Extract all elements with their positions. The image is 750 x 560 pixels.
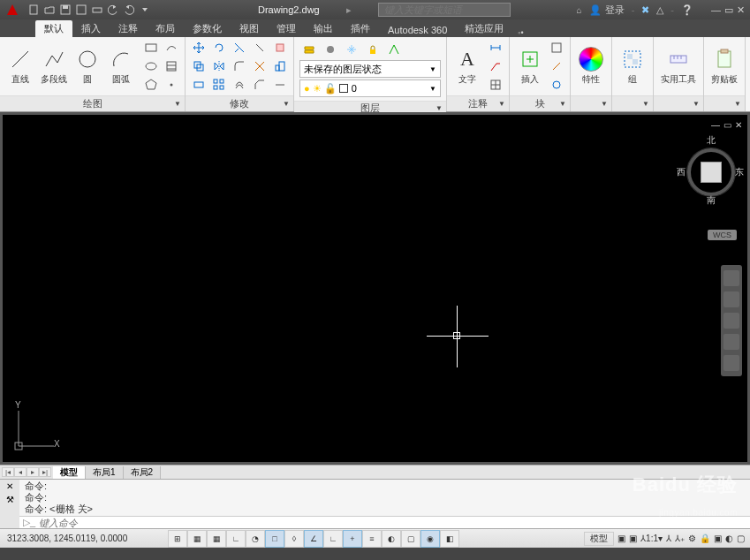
create-block-icon[interactable]: [547, 39, 566, 57]
coordinates-readout[interactable]: 3123.3008, 1245.0119, 0.0000: [0, 534, 168, 543]
hardware-accel-icon[interactable]: ▣: [714, 534, 722, 543]
ellipse-icon[interactable]: [141, 57, 161, 75]
layout-first-icon[interactable]: |◂: [2, 467, 14, 477]
minimize-icon[interactable]: —: [711, 4, 721, 16]
model-space[interactable]: — ▭ ✕ 北 南 东 西 WCS Y X: [3, 115, 747, 462]
layer-match-icon[interactable]: [384, 41, 404, 58]
new-icon[interactable]: [27, 3, 41, 17]
nav-orbit-icon[interactable]: [723, 334, 739, 350]
redo-icon[interactable]: [122, 3, 136, 17]
chamfer-icon[interactable]: [250, 76, 269, 94]
viewport-restore-icon[interactable]: ▭: [723, 120, 731, 130]
status-am-icon[interactable]: ◧: [440, 530, 459, 548]
status-grid-icon[interactable]: ▦: [207, 530, 226, 548]
status-snap-icon[interactable]: ▦: [187, 530, 207, 548]
tab-view[interactable]: 视图: [231, 20, 268, 37]
layer-props-icon[interactable]: [299, 41, 319, 58]
layer-freeze-icon[interactable]: [342, 41, 361, 58]
tab-a360[interactable]: Autodesk 360: [379, 23, 456, 37]
copy-icon[interactable]: [189, 57, 208, 75]
edit-block-icon[interactable]: [547, 57, 566, 75]
utilities-button[interactable]: 实用工具: [657, 39, 700, 94]
restore-icon[interactable]: ▭: [724, 4, 733, 16]
erase-icon[interactable]: [270, 39, 290, 57]
polygon-icon[interactable]: [141, 76, 161, 94]
status-otrack-icon[interactable]: ∠: [304, 530, 323, 548]
cmd-close-icon[interactable]: ✕: [6, 481, 13, 491]
panel-utilities-title[interactable]: ▼: [654, 95, 703, 111]
clean-screen-icon[interactable]: ▢: [737, 534, 745, 543]
command-input[interactable]: [39, 518, 750, 528]
tab-featured[interactable]: 精选应用: [456, 20, 512, 37]
layout-last-icon[interactable]: ▸|: [39, 467, 51, 477]
viewport-minimize-icon[interactable]: —: [711, 120, 720, 130]
stretch-icon[interactable]: [189, 76, 208, 94]
tab-insert[interactable]: 插入: [72, 20, 110, 37]
status-qp-icon[interactable]: ▢: [401, 530, 420, 548]
point-icon[interactable]: [162, 76, 181, 94]
layer-state-dropdown[interactable]: 未保存的图层状态 ▼: [299, 60, 441, 78]
status-lock-icon[interactable]: 🔒: [700, 534, 710, 543]
status-ducs-icon[interactable]: ∟: [323, 530, 343, 548]
offset-icon[interactable]: [230, 76, 249, 94]
annotation-visibility-icon[interactable]: ⅄: [666, 534, 671, 543]
circle-button[interactable]: 圆: [71, 39, 104, 94]
status-dynamic-icon[interactable]: +: [343, 530, 362, 548]
status-ortho-icon[interactable]: ∟: [226, 530, 246, 548]
open-icon[interactable]: [42, 3, 57, 17]
tab-manage[interactable]: 管理: [268, 20, 305, 37]
qat-dropdown-icon[interactable]: [138, 3, 152, 17]
undo-icon[interactable]: [106, 3, 120, 17]
nav-showmotion-icon[interactable]: [723, 355, 739, 371]
trim-icon[interactable]: [230, 39, 249, 57]
tab-default[interactable]: 默认: [35, 20, 72, 37]
workspace-switch-icon[interactable]: ⚙: [688, 534, 696, 543]
layout-next-icon[interactable]: ▸: [27, 467, 39, 477]
polyline-button[interactable]: 多段线: [37, 39, 71, 94]
panel-properties-title[interactable]: ▼: [571, 95, 611, 111]
layout-tab-layout1[interactable]: 布局1: [86, 466, 124, 479]
help-icon[interactable]: ❔: [681, 4, 693, 16]
insert-block-button[interactable]: 插入: [513, 39, 547, 94]
text-button[interactable]: A文字: [451, 39, 484, 94]
close-icon[interactable]: ✕: [737, 4, 745, 16]
current-layer-dropdown[interactable]: ● ☀ 🔓 0 ▼: [299, 79, 441, 97]
line-button[interactable]: 直线: [4, 39, 37, 94]
move-icon[interactable]: [189, 39, 208, 57]
tab-addins[interactable]: 插件: [342, 20, 379, 37]
leader-icon[interactable]: [486, 57, 505, 75]
table-icon[interactable]: [486, 76, 505, 94]
cmd-options-icon[interactable]: ⚒: [6, 495, 14, 504]
mirror-icon[interactable]: [209, 57, 229, 75]
block-attr-icon[interactable]: [547, 76, 566, 94]
panel-draw-title[interactable]: 绘图▼: [0, 95, 185, 111]
status-infer-icon[interactable]: ⊞: [168, 530, 187, 548]
tab-layout[interactable]: 布局: [147, 20, 184, 37]
status-sc-icon[interactable]: ◉: [420, 530, 440, 548]
plot-icon[interactable]: [90, 3, 104, 17]
tab-parametric[interactable]: 参数化: [184, 20, 231, 37]
layout-tab-model[interactable]: 模型: [53, 466, 86, 479]
align-icon[interactable]: [270, 76, 290, 94]
nav-wheel-icon[interactable]: [723, 270, 739, 286]
status-transparency-icon[interactable]: ◐: [382, 530, 401, 548]
tab-annotate[interactable]: 注释: [110, 20, 147, 37]
isolate-icon[interactable]: ◐: [725, 534, 733, 543]
app-menu-icon[interactable]: [4, 1, 21, 19]
search-extra-icon[interactable]: ⌂: [577, 5, 582, 15]
array-icon[interactable]: [209, 76, 229, 94]
nav-zoom-icon[interactable]: [723, 313, 739, 329]
layer-lock-icon[interactable]: [363, 41, 383, 58]
dimension-linear-icon[interactable]: [486, 39, 505, 57]
extend-icon[interactable]: [250, 39, 269, 57]
explode-icon[interactable]: [250, 57, 269, 75]
login-button[interactable]: 👤 登录: [589, 4, 625, 17]
status-model-label[interactable]: 模型: [584, 532, 614, 546]
annotation-scale[interactable]: ⅄1:1▾: [640, 534, 663, 543]
group-button[interactable]: 组: [616, 39, 649, 94]
layer-off-icon[interactable]: [321, 41, 340, 58]
rectangle-icon[interactable]: [141, 39, 161, 57]
exchange-icon[interactable]: ✖: [641, 4, 649, 16]
status-osnap-icon[interactable]: □: [265, 530, 284, 548]
fillet-icon[interactable]: [230, 57, 249, 75]
